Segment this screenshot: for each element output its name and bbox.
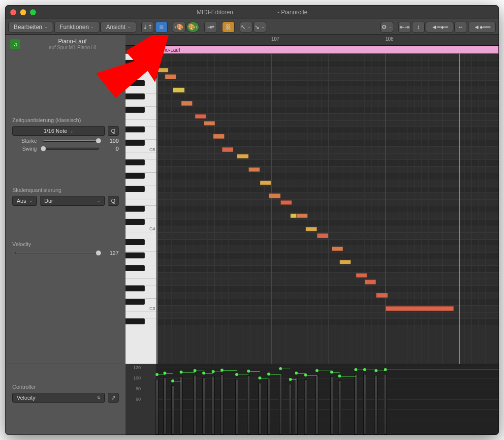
velocity-bar[interactable] bbox=[171, 385, 174, 435]
scale-apply-button[interactable]: Q bbox=[108, 196, 119, 206]
velocity-bar[interactable] bbox=[163, 377, 166, 435]
velocity-bar[interactable] bbox=[289, 384, 292, 435]
velocity-bar[interactable] bbox=[180, 377, 183, 435]
zoom-horiz-icon[interactable]: ↔ bbox=[454, 22, 467, 32]
key-label: C6 bbox=[149, 68, 155, 73]
velocity-bar[interactable] bbox=[315, 375, 318, 435]
midi-note[interactable] bbox=[222, 147, 233, 152]
midi-note[interactable] bbox=[173, 88, 184, 92]
midi-editor-window: MIDI-Editoren - Pianorolle Bearbeiten⌄ F… bbox=[5, 5, 499, 435]
midi-note[interactable] bbox=[385, 306, 454, 311]
strength-value: 100 bbox=[105, 138, 119, 144]
midi-out-icon[interactable]: ›🎨 bbox=[173, 22, 186, 32]
pencil-tool-icon[interactable]: ↘⌄ bbox=[253, 22, 266, 32]
scale-mode-select[interactable]: Aus⌄ bbox=[12, 196, 37, 206]
zoom-v-slider-icon[interactable]: ◄━●━ bbox=[426, 22, 453, 32]
velocity-bar[interactable] bbox=[202, 377, 205, 435]
midi-note[interactable] bbox=[213, 134, 224, 138]
bar-tick: 106 bbox=[157, 36, 165, 42]
velocity-bar[interactable] bbox=[258, 383, 261, 435]
midi-note[interactable] bbox=[340, 260, 351, 264]
quantize-select[interactable]: 1/16 Note⌄ bbox=[12, 126, 105, 136]
pointer-tool-icon[interactable]: ↖⌄ bbox=[240, 22, 252, 32]
velocity-label: Velocity bbox=[12, 241, 119, 247]
gear-icon[interactable]: ⚙⌄ bbox=[380, 22, 393, 32]
bar-tick: 108 bbox=[385, 36, 394, 42]
midi-note[interactable] bbox=[376, 293, 387, 297]
velocity-bar[interactable] bbox=[235, 379, 238, 435]
midi-note[interactable] bbox=[195, 114, 206, 119]
piano-roll: 106107108109 iano-Lauf C6C5C4C3 bbox=[126, 35, 499, 364]
midi-note[interactable] bbox=[356, 273, 367, 278]
vel-scale-tick: 80 bbox=[136, 386, 141, 391]
velocity-bar[interactable] bbox=[304, 379, 307, 435]
close-button[interactable] bbox=[10, 9, 16, 15]
timeline-ruler[interactable]: 106107108109 bbox=[126, 35, 499, 46]
velocity-bar[interactable] bbox=[375, 375, 378, 435]
midi-note[interactable] bbox=[204, 121, 215, 126]
midi-note[interactable] bbox=[260, 181, 271, 185]
functions-menu[interactable]: Funktionen⌄ bbox=[54, 22, 99, 32]
maximize-button[interactable] bbox=[30, 9, 36, 15]
controller-share-button[interactable]: ↗ bbox=[108, 393, 119, 403]
midi-note[interactable] bbox=[157, 68, 168, 72]
midi-in-icon[interactable]: ⇥• bbox=[204, 22, 217, 32]
velocity-slider[interactable] bbox=[15, 252, 99, 254]
velocity-bar[interactable] bbox=[338, 380, 341, 435]
region-track: auf Spur M1-Piano Hi bbox=[24, 45, 121, 50]
velocity-value: 127 bbox=[105, 250, 119, 256]
swing-value: 0 bbox=[105, 146, 119, 152]
edit-menu[interactable]: Bearbeiten⌄ bbox=[8, 22, 53, 32]
midi-note[interactable] bbox=[237, 154, 248, 158]
midi-note[interactable] bbox=[332, 247, 343, 251]
velocity-bar[interactable] bbox=[354, 374, 357, 435]
piano-keyboard[interactable]: C6C5C4C3 bbox=[126, 54, 157, 364]
velocity-bar[interactable] bbox=[212, 376, 215, 435]
velocity-bar[interactable] bbox=[247, 376, 250, 435]
palette-icon[interactable]: 🎨› bbox=[187, 22, 199, 32]
velocity-bar[interactable] bbox=[279, 374, 282, 435]
bar-tick: 107 bbox=[271, 36, 280, 42]
event-list-icon[interactable]: ≣ bbox=[155, 22, 168, 32]
controller-select[interactable]: Velocity⇅ bbox=[12, 393, 105, 403]
quantize-apply-button[interactable]: Q bbox=[108, 126, 119, 136]
velocity-bar[interactable] bbox=[220, 375, 223, 435]
minimize-button[interactable] bbox=[20, 9, 26, 15]
quantize-label: Zeitquantisierung (klassisch) bbox=[12, 117, 119, 123]
collapse-icon[interactable]: ⇣⇡ bbox=[141, 22, 154, 32]
midi-note[interactable] bbox=[365, 280, 376, 284]
window-title-left: MIDI-Editoren bbox=[197, 9, 233, 16]
region-name: Piano-Lauf bbox=[24, 38, 121, 45]
velocity-bar[interactable] bbox=[363, 374, 366, 435]
note-grid[interactable] bbox=[157, 54, 499, 364]
midi-note[interactable] bbox=[165, 74, 176, 79]
midi-note[interactable] bbox=[317, 233, 328, 238]
midi-note[interactable] bbox=[269, 193, 280, 198]
view-menu[interactable]: Ansicht⌄ bbox=[100, 22, 136, 32]
link-icon[interactable]: ⛓ bbox=[222, 22, 235, 32]
midi-note[interactable] bbox=[281, 200, 292, 205]
titlebar: MIDI-Editoren - Pianorolle bbox=[5, 5, 499, 19]
velocity-bar[interactable] bbox=[295, 377, 298, 435]
velocity-bar[interactable] bbox=[193, 375, 196, 435]
key-label: C3 bbox=[149, 306, 155, 311]
region-header[interactable]: iano-Lauf bbox=[157, 46, 499, 54]
midi-note[interactable] bbox=[181, 101, 192, 105]
key-label: C4 bbox=[149, 226, 155, 231]
midi-note[interactable] bbox=[249, 167, 260, 172]
swing-slider[interactable] bbox=[43, 148, 99, 150]
velocity-bar[interactable] bbox=[384, 374, 387, 435]
midi-note[interactable] bbox=[296, 214, 308, 218]
snap-icon[interactable]: ⇤⇥ bbox=[398, 22, 411, 32]
velocity-bar[interactable] bbox=[156, 379, 158, 435]
velocity-bar[interactable] bbox=[330, 377, 333, 435]
velocity-bar[interactable] bbox=[267, 378, 270, 435]
strength-slider[interactable] bbox=[43, 140, 99, 142]
velocity-grid[interactable] bbox=[157, 364, 499, 435]
scale-key-select[interactable]: Dur⌄ bbox=[40, 196, 105, 206]
window-title-right: - Pianorolle bbox=[278, 9, 308, 16]
zoom-h-slider-icon[interactable]: ◄●━━ bbox=[468, 22, 496, 32]
velocity-section: Velocity 127 bbox=[5, 236, 126, 267]
midi-note[interactable] bbox=[306, 227, 317, 231]
zoom-vert-icon[interactable]: ↕ bbox=[412, 22, 425, 32]
